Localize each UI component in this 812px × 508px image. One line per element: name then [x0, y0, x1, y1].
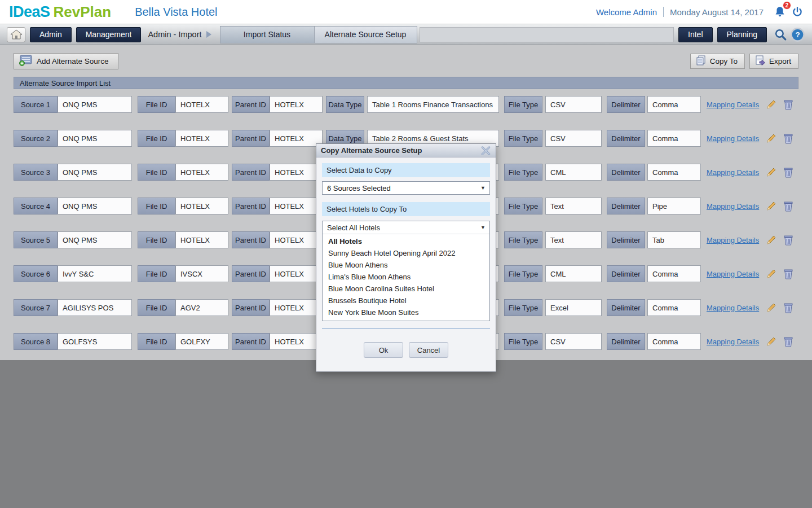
hotel-option[interactable]: Lima's Blue Moon Athens — [323, 271, 489, 283]
file-type-field[interactable]: CML — [545, 265, 602, 282]
file-id-field[interactable]: GOLFXY — [175, 333, 228, 350]
close-icon[interactable] — [480, 146, 491, 155]
parent-id-field[interactable]: HOTELX — [270, 265, 323, 282]
delete-trash-icon[interactable] — [782, 302, 795, 313]
management-button[interactable]: Management — [76, 27, 142, 42]
delimiter-field[interactable]: Pipe — [647, 198, 701, 214]
file-type-field[interactable]: Text — [545, 231, 602, 248]
notifications-bell-icon[interactable]: 2 — [774, 6, 786, 18]
home-icon[interactable] — [7, 27, 25, 42]
mapping-details-link[interactable]: Mapping Details — [707, 202, 761, 211]
file-type-field[interactable]: CSV — [545, 130, 602, 147]
delimiter-field[interactable]: Comma — [647, 130, 701, 147]
edit-pencil-icon[interactable] — [766, 200, 777, 212]
delete-trash-icon[interactable] — [782, 336, 795, 347]
parent-id-field[interactable]: HOTELX — [270, 333, 323, 350]
delimiter-field[interactable]: Tab — [647, 231, 701, 248]
help-icon[interactable]: ? — [790, 27, 805, 42]
mapping-details-link[interactable]: Mapping Details — [707, 168, 761, 177]
mapping-details-link[interactable]: Mapping Details — [707, 270, 761, 278]
delimiter-field[interactable]: Comma — [647, 333, 701, 350]
mapping-details-link[interactable]: Mapping Details — [707, 304, 761, 312]
logout-power-icon[interactable] — [792, 6, 803, 17]
mapping-details-link[interactable]: Mapping Details — [707, 100, 761, 109]
tab-import-status[interactable]: Import Status — [220, 26, 315, 43]
edit-pencil-icon[interactable] — [766, 268, 777, 279]
parent-id-field[interactable]: HOTELX — [270, 164, 323, 181]
hotels-dropdown-value: Select All Hotels — [327, 224, 380, 232]
ok-button[interactable]: Ok — [364, 342, 403, 358]
export-button[interactable]: Export — [749, 54, 798, 69]
mapping-details-link[interactable]: Mapping Details — [707, 236, 761, 244]
file-id-field[interactable]: HOTELX — [175, 96, 228, 113]
add-source-icon — [19, 55, 32, 68]
tab-alternate-source-setup[interactable]: Alternate Source Setup — [315, 26, 417, 43]
edit-pencil-icon[interactable] — [766, 133, 777, 144]
hotel-option[interactable]: Blue Moon Carolina Suites Hotel — [323, 283, 489, 295]
file-id-field[interactable]: HOTELX — [175, 198, 228, 214]
delimiter-field[interactable]: Comma — [647, 96, 701, 113]
delete-trash-icon[interactable] — [782, 133, 795, 144]
file-type-field[interactable]: CSV — [545, 333, 602, 350]
mapping-details-link[interactable]: Mapping Details — [707, 338, 761, 346]
parent-id-field[interactable]: HOTELX — [270, 299, 323, 316]
delete-trash-icon[interactable] — [782, 167, 795, 178]
file-id-field[interactable]: HOTELX — [175, 130, 228, 147]
edit-pencil-icon[interactable] — [766, 302, 777, 313]
source-name-field[interactable]: ONQ PMS — [58, 198, 132, 214]
source-name-field[interactable]: ONQ PMS — [58, 130, 132, 147]
cancel-button[interactable]: Cancel — [409, 342, 448, 358]
mapping-details-link[interactable]: Mapping Details — [707, 134, 761, 143]
file-id-field[interactable]: AGV2 — [175, 299, 228, 316]
parent-id-field[interactable]: HOTELX — [270, 96, 323, 113]
parent-id-label: Parent ID — [232, 333, 270, 350]
delete-trash-icon[interactable] — [782, 268, 795, 279]
hotel-option[interactable]: Brussels Boutique Hotel — [323, 295, 489, 306]
planning-button[interactable]: Planning — [717, 27, 767, 42]
file-type-field[interactable]: CML — [545, 164, 602, 181]
file-id-field[interactable]: IVSCX — [175, 265, 228, 282]
intel-button[interactable]: Intel — [678, 27, 712, 42]
delimiter-field[interactable]: Comma — [647, 164, 701, 181]
delete-trash-icon[interactable] — [782, 99, 795, 110]
parent-id-field[interactable]: HOTELX — [270, 130, 323, 147]
source-name-field[interactable]: IvvY S&C — [58, 265, 132, 282]
copy-to-button[interactable]: Copy To — [690, 54, 745, 69]
file-id-field[interactable]: HOTELX — [175, 164, 228, 181]
source-name-field[interactable]: AGILISYS POS — [58, 299, 132, 316]
delimiter-field[interactable]: Comma — [647, 299, 701, 316]
source-name-field[interactable]: ONQ PMS — [58, 96, 132, 113]
hotel-option[interactable]: New York Blue Moon Suites — [323, 306, 489, 318]
source-name-field[interactable]: ONQ PMS — [58, 164, 132, 181]
source-name-field[interactable]: GOLFSYS — [58, 333, 132, 350]
delimiter-label: Delimiter — [607, 299, 645, 316]
parent-id-field[interactable]: HOTELX — [270, 198, 323, 214]
parent-id-field[interactable]: HOTELX — [270, 231, 323, 248]
edit-pencil-icon[interactable] — [766, 234, 777, 246]
edit-pencil-icon[interactable] — [766, 336, 777, 347]
edit-pencil-icon[interactable] — [766, 99, 777, 110]
file-id-label: File ID — [138, 265, 175, 282]
edit-pencil-icon[interactable] — [766, 167, 777, 178]
hotel-option[interactable]: Sunny Beach Hotel Opening April 2022 — [323, 247, 489, 259]
delete-trash-icon[interactable] — [782, 234, 795, 246]
dialog-buttons: Ok Cancel — [322, 342, 490, 358]
chevron-down-icon: ▼ — [480, 225, 486, 230]
file-type-label: File Type — [504, 231, 542, 248]
add-alternate-source-button[interactable]: Add Alternate Source — [14, 53, 118, 69]
sources-selected-dropdown[interactable]: 6 Sources Selected ▼ — [322, 181, 490, 195]
hotel-option[interactable]: Blue Moon Athens — [323, 259, 489, 271]
data-type-field[interactable]: Table 1 Rooms Finance Transactions — [367, 96, 499, 113]
delimiter-field[interactable]: Comma — [647, 265, 701, 282]
file-type-field[interactable]: Excel — [545, 299, 602, 316]
hotel-option[interactable]: All Hotels — [323, 235, 489, 247]
delete-trash-icon[interactable] — [782, 200, 795, 212]
file-type-field[interactable]: CSV — [545, 96, 602, 113]
welcome-text: Welcome Admin — [596, 7, 657, 17]
search-icon[interactable] — [774, 28, 788, 42]
hotels-dropdown-display[interactable]: Select All Hotels ▼ — [323, 221, 489, 234]
file-type-field[interactable]: Text — [545, 198, 602, 214]
admin-button[interactable]: Admin — [30, 27, 72, 42]
source-name-field[interactable]: ONQ PMS — [58, 231, 132, 248]
file-id-field[interactable]: HOTELX — [175, 231, 228, 248]
